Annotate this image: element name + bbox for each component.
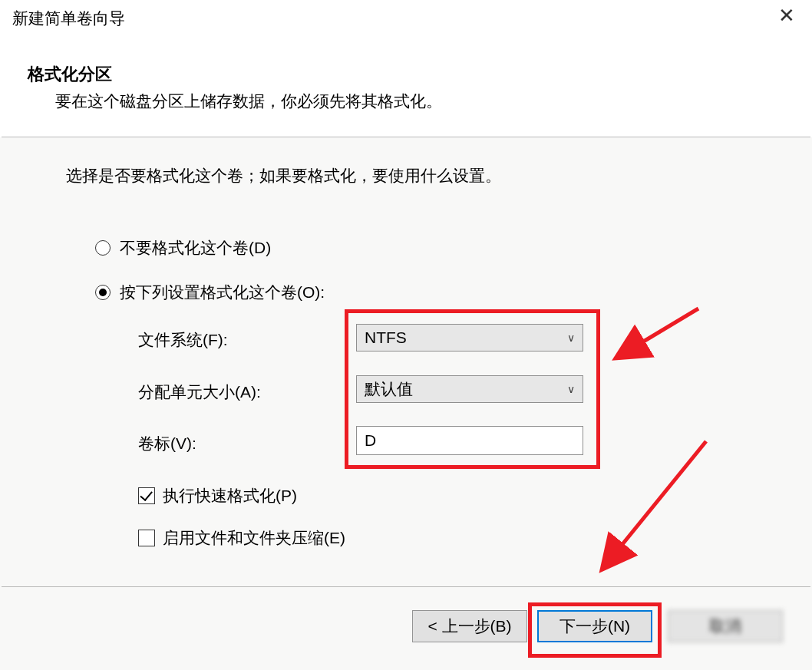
dropdown-alloc-unit[interactable]: 默认值 ∨ <box>356 375 583 403</box>
wizard-body: 选择是否要格式化这个卷；如果要格式化，要使用什么设置。 不要格式化这个卷(D) … <box>0 137 812 587</box>
wizard-header: 格式化分区 要在这个磁盘分区上储存数据，你必须先将其格式化。 <box>0 38 812 130</box>
input-volume-label[interactable]: D <box>356 426 583 455</box>
wizard-window: 新建简单卷向导 ✕ 格式化分区 要在这个磁盘分区上储存数据，你必须先将其格式化。… <box>0 0 812 670</box>
back-button[interactable]: < 上一步(B) <box>412 610 527 642</box>
radio-format-with-settings[interactable]: 按下列设置格式化这个卷(O): <box>95 282 325 303</box>
radio-label: 不要格式化这个卷(D) <box>120 237 271 259</box>
dropdown-filesystem[interactable]: NTFS ∨ <box>356 324 583 352</box>
next-button[interactable]: 下一步(N) <box>537 610 652 642</box>
label-volume-label: 卷标(V): <box>138 433 196 454</box>
radio-icon <box>95 285 111 300</box>
chevron-down-icon: ∨ <box>567 332 575 344</box>
checkbox-quick-format[interactable]: 执行快速格式化(P) <box>138 485 297 507</box>
input-value: D <box>365 431 376 450</box>
page-subtitle: 要在这个磁盘分区上储存数据，你必须先将其格式化。 <box>55 91 812 112</box>
chevron-down-icon: ∨ <box>567 383 575 395</box>
checkbox-label: 执行快速格式化(P) <box>163 485 297 507</box>
title-bar: 新建简单卷向导 ✕ <box>0 0 812 38</box>
radio-label: 按下列设置格式化这个卷(O): <box>120 282 325 303</box>
label-filesystem: 文件系统(F): <box>138 329 228 351</box>
window-title: 新建简单卷向导 <box>12 9 125 27</box>
cancel-button[interactable]: 取消 <box>668 610 783 642</box>
label-alloc-unit: 分配单元大小(A): <box>138 381 261 403</box>
radio-no-format[interactable]: 不要格式化这个卷(D) <box>95 237 271 259</box>
close-icon[interactable]: ✕ <box>775 5 798 28</box>
checkbox-label: 启用文件和文件夹压缩(E) <box>163 527 345 549</box>
checkbox-compression[interactable]: 启用文件和文件夹压缩(E) <box>138 527 345 549</box>
button-label: 下一步(N) <box>559 616 630 637</box>
dropdown-value: NTFS <box>365 328 407 347</box>
radio-icon <box>95 240 111 256</box>
checkbox-icon <box>138 487 155 504</box>
button-label: 取消 <box>709 616 741 637</box>
dropdown-value: 默认值 <box>365 378 413 400</box>
instruction-text: 选择是否要格式化这个卷；如果要格式化，要使用什么设置。 <box>66 165 501 186</box>
wizard-footer: < 上一步(B) 下一步(N) 取消 <box>0 587 812 670</box>
button-label: < 上一步(B) <box>427 616 511 637</box>
checkbox-icon <box>138 530 155 546</box>
page-title: 格式化分区 <box>28 63 812 86</box>
